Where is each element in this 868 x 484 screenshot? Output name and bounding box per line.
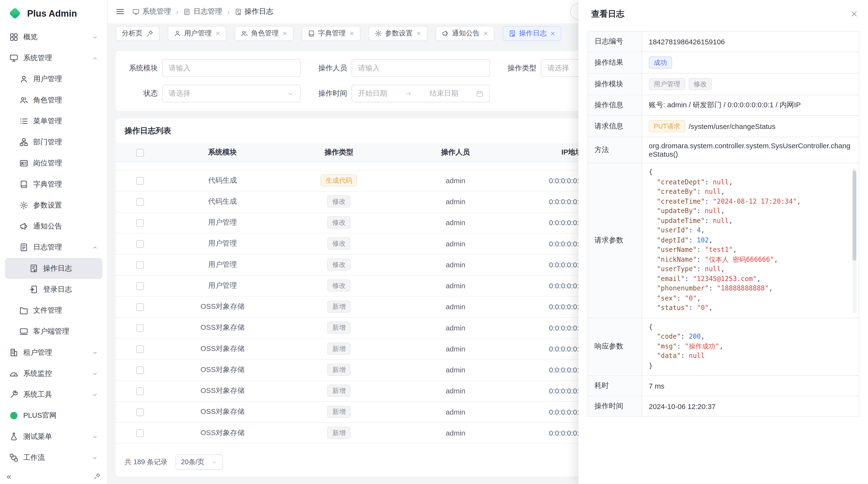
- sidebar-item-operation-log[interactable]: 操作日志: [5, 258, 102, 279]
- sidebar-item-param[interactable]: 参数设置: [5, 195, 102, 216]
- collapse-sidebar-button[interactable]: «: [7, 472, 11, 480]
- cell-user: admin: [397, 401, 514, 422]
- cell-user: admin: [397, 296, 514, 317]
- row-checkbox[interactable]: [136, 345, 144, 353]
- row-checkbox[interactable]: [136, 324, 144, 332]
- tab-close-icon[interactable]: [416, 31, 421, 36]
- scrollbar[interactable]: [852, 168, 857, 313]
- sidebar-item-role[interactable]: 角色管理: [5, 90, 102, 110]
- status-select[interactable]: 请选择: [162, 85, 301, 102]
- website-icon: [9, 411, 18, 420]
- hamburger-icon[interactable]: [116, 7, 125, 16]
- breadcrumb-item[interactable]: 系统管理: [132, 7, 171, 17]
- sidebar-item-login-log[interactable]: 登录日志: [5, 279, 102, 300]
- tab-close-icon[interactable]: [550, 31, 555, 36]
- sidebar-item-tools[interactable]: 系统工具: [5, 384, 102, 405]
- close-icon[interactable]: [850, 10, 858, 18]
- sidebar-item-website[interactable]: PLUS官网: [5, 405, 102, 426]
- sidebar-item-label: 客户端管理: [33, 327, 98, 336]
- dict-icon: [307, 30, 315, 37]
- sidebar-item-log[interactable]: 日志管理: [5, 237, 102, 258]
- placeholder-text: 请输入: [169, 63, 190, 73]
- tab-analysis[interactable]: 分析页: [116, 26, 159, 41]
- sidebar-item-user[interactable]: 用户管理: [5, 69, 102, 90]
- tab-close-icon[interactable]: [282, 31, 287, 36]
- tab-close-icon[interactable]: [349, 31, 354, 36]
- tab-label: 参数设置: [385, 28, 413, 38]
- tab-label: 字典管理: [318, 28, 346, 38]
- breadcrumb-item[interactable]: 日志管理: [184, 7, 222, 17]
- brand[interactable]: Plus Admin: [0, 0, 107, 27]
- pin-sidebar-icon[interactable]: [94, 473, 101, 480]
- cell-user: admin: [397, 338, 514, 359]
- cell-user: admin: [397, 380, 514, 401]
- breadcrumb-item[interactable]: 操作日志: [235, 7, 273, 17]
- detail-label: 请求信息: [588, 116, 642, 137]
- breadcrumb-separator: ›: [176, 7, 179, 16]
- sidebar-item-label: 岗位管理: [33, 158, 98, 168]
- sidebar-item-system[interactable]: 系统管理: [5, 47, 102, 68]
- tab-dict[interactable]: 字典管理: [301, 26, 360, 41]
- tab-user[interactable]: 用户管理: [167, 26, 226, 41]
- sidebar-item-label: 日志管理: [33, 243, 87, 252]
- row-checkbox[interactable]: [136, 387, 144, 395]
- cell-module: 代码生成: [164, 191, 281, 212]
- operation-time-daterange[interactable]: 开始日期结束日期: [351, 85, 490, 102]
- tag: 新增: [328, 385, 350, 397]
- sidebar-item-test[interactable]: 测试菜单: [5, 426, 102, 447]
- tag: 新增: [328, 406, 350, 418]
- breadcrumb-separator: ›: [227, 7, 229, 16]
- sidebar-item-tenant[interactable]: 租户管理: [5, 342, 102, 363]
- sidebar-item-menu[interactable]: 菜单管理: [5, 110, 102, 132]
- page-size-value: 20条/页: [181, 457, 204, 467]
- filter-field-system-module: 系统模块请输入: [123, 59, 301, 77]
- sidebar-item-dept[interactable]: 部门管理: [5, 132, 102, 153]
- field-label: 系统模块: [123, 63, 158, 73]
- sidebar-item-notice[interactable]: 通知公告: [5, 216, 102, 237]
- row-checkbox[interactable]: [136, 177, 144, 185]
- tag: 修改: [689, 78, 712, 90]
- tab-param[interactable]: 参数设置: [368, 26, 427, 41]
- file-icon: [19, 306, 28, 315]
- row-checkbox[interactable]: [136, 219, 144, 227]
- scrollbar-thumb[interactable]: [852, 171, 857, 261]
- tab-close-icon[interactable]: [215, 31, 220, 36]
- tab-operation-log[interactable]: 操作日志: [502, 26, 561, 41]
- row-checkbox[interactable]: [136, 240, 144, 248]
- tab-close-icon[interactable]: [483, 31, 488, 36]
- overview-icon: [9, 33, 18, 41]
- operator-input[interactable]: 请输入: [351, 59, 490, 77]
- sidebar-item-workflow[interactable]: 工作流: [5, 447, 102, 467]
- row-checkbox[interactable]: [136, 198, 144, 205]
- select-all-checkbox[interactable]: [136, 149, 144, 156]
- sidebar-item-post[interactable]: 岗位管理: [5, 153, 102, 174]
- row-checkbox[interactable]: [136, 303, 144, 311]
- tag: 修改: [328, 217, 350, 229]
- sidebar-item-client[interactable]: 客户端管理: [5, 321, 102, 342]
- tab-notice[interactable]: 通知公告: [435, 26, 494, 41]
- cell-module: OSS对象存储: [164, 317, 281, 338]
- sidebar-item-overview[interactable]: 概览: [5, 27, 102, 47]
- sidebar-item-monitor[interactable]: 系统监控: [5, 363, 102, 384]
- tag: 新增: [328, 322, 350, 334]
- row-checkbox[interactable]: [136, 366, 144, 374]
- workflow-icon: [9, 453, 18, 462]
- cell-module: 代码生成: [164, 170, 281, 191]
- field-label: 状态: [123, 89, 158, 98]
- page-size-select[interactable]: 20条/页: [175, 454, 223, 470]
- menu-icon: [19, 117, 28, 126]
- sidebar-item-file[interactable]: 文件管理: [5, 300, 102, 321]
- breadcrumb: 系统管理›日志管理›操作日志: [132, 7, 273, 17]
- chevron-down-icon: [92, 350, 98, 356]
- sidebar-item-dict[interactable]: 字典管理: [5, 174, 102, 195]
- system-module-input[interactable]: 请输入: [162, 59, 301, 77]
- row-checkbox[interactable]: [136, 408, 144, 416]
- row-checkbox[interactable]: [136, 429, 144, 437]
- detail-label: 日志编号: [588, 32, 642, 52]
- tab-role[interactable]: 角色管理: [235, 26, 293, 41]
- tab-label: 分析页: [122, 28, 143, 38]
- row-checkbox[interactable]: [136, 261, 144, 269]
- detail-value: 2024-10-06 12:20:37: [642, 396, 859, 416]
- row-checkbox[interactable]: [136, 282, 144, 290]
- brand-logo-icon: [8, 6, 22, 21]
